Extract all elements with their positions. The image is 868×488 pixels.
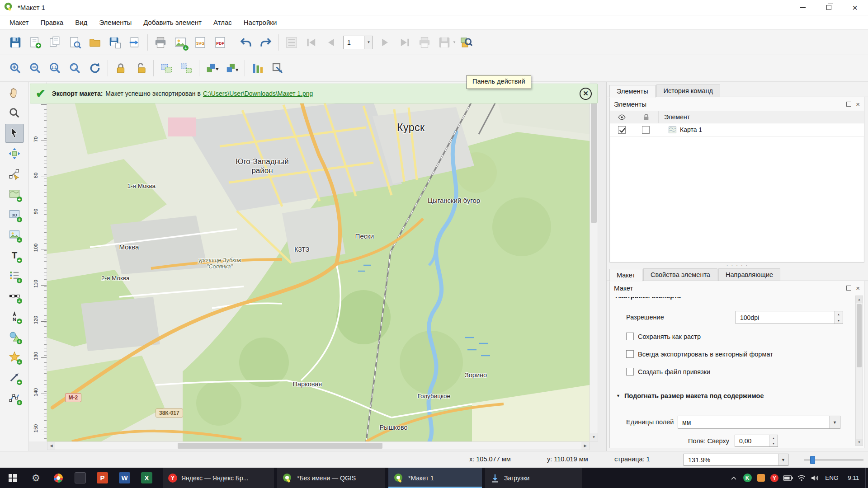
message-close-button[interactable]: ✕ bbox=[580, 88, 592, 100]
export-svg-button[interactable]: SVG bbox=[190, 33, 210, 52]
previous-feature-button[interactable] bbox=[321, 33, 341, 52]
export-image-button[interactable] bbox=[170, 33, 190, 52]
pan-tool-button[interactable] bbox=[5, 83, 24, 102]
checkbox[interactable] bbox=[626, 368, 634, 375]
spinner-arrows[interactable]: ▲▼ bbox=[834, 311, 843, 324]
add-3d-map-button[interactable]: 3D bbox=[5, 205, 24, 224]
chevron-down-icon[interactable]: ▼ bbox=[829, 416, 840, 428]
print-atlas-button[interactable] bbox=[415, 33, 434, 52]
scroll-down-icon[interactable]: ▼ bbox=[856, 439, 863, 446]
save-project-button[interactable] bbox=[5, 33, 25, 52]
settings-button[interactable]: ⚙ bbox=[25, 468, 47, 488]
start-button[interactable] bbox=[0, 468, 25, 488]
redo-button[interactable] bbox=[256, 33, 276, 52]
add-marker-button[interactable] bbox=[5, 347, 24, 366]
taskbar-app-yandex-browser[interactable]: Y Яндекс — Яндекс Бр... bbox=[163, 468, 274, 488]
scroll-thumb[interactable] bbox=[857, 304, 862, 367]
menu-view[interactable]: Вид bbox=[69, 16, 93, 28]
item-row-map1[interactable]: Карта 1 bbox=[610, 123, 864, 136]
resize-items-button[interactable] bbox=[268, 58, 288, 78]
world-file-checkbox-row[interactable]: Создать файл привязки bbox=[626, 368, 710, 375]
powerpoint-button[interactable]: P bbox=[91, 468, 113, 488]
menu-items[interactable]: Элементы bbox=[93, 16, 137, 28]
last-feature-button[interactable] bbox=[395, 33, 415, 52]
lower-items-button[interactable] bbox=[222, 58, 242, 78]
zoom-slider[interactable] bbox=[804, 451, 863, 468]
export-pdf-button[interactable]: PDF bbox=[210, 33, 230, 52]
spin-down-icon[interactable]: ▼ bbox=[835, 318, 843, 324]
taskbar-app-qgis-main[interactable]: *Без имени — QGIS bbox=[277, 468, 385, 488]
first-feature-button[interactable] bbox=[302, 33, 321, 52]
duplicate-layout-button[interactable] bbox=[45, 33, 65, 52]
tab-command-history[interactable]: История команд bbox=[656, 84, 720, 97]
spin-up-icon[interactable]: ▲ bbox=[835, 311, 843, 318]
zoom-tool-button[interactable] bbox=[5, 103, 24, 122]
chevron-down-icon[interactable]: ▼ bbox=[453, 40, 456, 44]
checkbox[interactable] bbox=[626, 333, 634, 340]
layout-manager-button[interactable] bbox=[65, 33, 85, 52]
tab-item-properties[interactable]: Свойства элемента bbox=[643, 268, 717, 281]
preview-atlas-button[interactable] bbox=[282, 33, 302, 52]
tab-guides[interactable]: Направляющие bbox=[718, 268, 780, 281]
add-map-button[interactable] bbox=[5, 185, 24, 204]
add-shape-button[interactable] bbox=[5, 327, 24, 346]
clock[interactable]: 9:11 bbox=[842, 468, 865, 488]
export-atlas-button[interactable] bbox=[434, 33, 454, 52]
print-layout-button[interactable] bbox=[151, 33, 170, 52]
next-feature-button[interactable] bbox=[375, 33, 395, 52]
scroll-down-icon[interactable]: ▼ bbox=[590, 433, 598, 441]
spinner-arrows[interactable]: ▲▼ bbox=[769, 435, 778, 446]
spin-down-icon[interactable]: ▼ bbox=[769, 441, 778, 447]
pinned-app-button[interactable] bbox=[69, 468, 91, 488]
spin-up-icon[interactable]: ▲ bbox=[769, 435, 778, 441]
show-desktop-button[interactable] bbox=[865, 468, 868, 488]
undo-button[interactable] bbox=[236, 33, 256, 52]
minimize-button[interactable] bbox=[789, 0, 816, 15]
taskbar-app-downloads[interactable]: Загрузки bbox=[485, 468, 582, 488]
always-vector-checkbox-row[interactable]: Всегда экспортировать в векторный формат bbox=[626, 350, 773, 358]
float-panel-icon[interactable] bbox=[846, 102, 851, 107]
vertical-scrollbar[interactable]: ▲ ▼ bbox=[590, 91, 598, 441]
close-panel-icon[interactable]: × bbox=[856, 286, 860, 291]
add-node-item-button[interactable] bbox=[5, 388, 24, 407]
exported-file-link[interactable]: C:\Users\User\Downloads\Макет 1.png bbox=[203, 90, 313, 97]
zoom-full-button[interactable] bbox=[65, 58, 85, 78]
save-as-raster-checkbox-row[interactable]: Сохранять как растр bbox=[626, 333, 701, 340]
scroll-thumb[interactable] bbox=[591, 101, 597, 223]
tab-layout[interactable]: Макет bbox=[609, 269, 642, 282]
scroll-thumb[interactable] bbox=[178, 443, 382, 449]
lock-checkbox[interactable] bbox=[642, 126, 650, 134]
tray-kaspersky-button[interactable]: K bbox=[741, 468, 754, 488]
resize-section-header[interactable]: ▼Подогнать размер макета под содержимое bbox=[616, 392, 764, 399]
zoom-level-combobox[interactable]: 131.9% ▼ bbox=[684, 454, 788, 466]
zoom-out-button[interactable] bbox=[25, 58, 45, 78]
menu-atlas[interactable]: Атлас bbox=[208, 16, 238, 28]
close-button[interactable]: × bbox=[842, 0, 868, 15]
browser-pinned-button[interactable] bbox=[47, 468, 69, 488]
add-north-arrow-button[interactable]: N bbox=[5, 307, 24, 326]
add-scalebar-button[interactable] bbox=[5, 286, 24, 305]
panel-scrollbar[interactable]: ▲ ▼ bbox=[855, 296, 863, 446]
language-indicator[interactable]: ENG bbox=[822, 468, 842, 488]
zoom-in-button[interactable] bbox=[5, 58, 25, 78]
export-settings-section-header[interactable]: Настройки экспорта bbox=[615, 297, 855, 302]
add-items-from-template-button[interactable] bbox=[125, 33, 145, 52]
unlock-items-button[interactable] bbox=[131, 58, 151, 78]
taskbar-app-layout-window[interactable]: *Макет 1 bbox=[388, 468, 482, 488]
top-margin-spinbox[interactable]: 0,00 ▲▼ bbox=[735, 435, 778, 447]
word-button[interactable]: W bbox=[113, 468, 136, 488]
map-item-canvas[interactable]: район Курск Юго-Западный район 1-я Моква… bbox=[47, 91, 590, 441]
tray-app-button[interactable] bbox=[754, 468, 768, 488]
chevron-down-icon[interactable]: ▼ bbox=[778, 454, 788, 465]
menu-add-item[interactable]: Добавить элемент bbox=[137, 16, 208, 28]
resolution-spinbox[interactable]: 100dpi ▲▼ bbox=[736, 311, 843, 324]
float-panel-icon[interactable] bbox=[846, 286, 851, 291]
margin-units-combobox[interactable]: мм ▼ bbox=[678, 416, 840, 429]
scroll-up-icon[interactable]: ▲ bbox=[856, 296, 863, 303]
close-panel-icon[interactable]: × bbox=[856, 102, 860, 107]
move-content-tool-button[interactable] bbox=[5, 144, 24, 163]
save-template-button[interactable] bbox=[105, 33, 125, 52]
tab-items[interactable]: Элементы bbox=[609, 85, 656, 98]
select-move-item-tool-button[interactable] bbox=[5, 124, 24, 143]
tray-network-button[interactable] bbox=[795, 468, 808, 488]
